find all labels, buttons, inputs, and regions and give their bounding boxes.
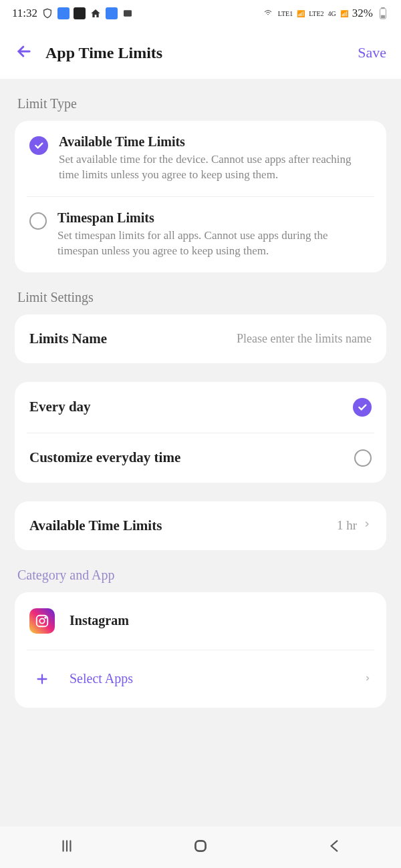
available-time-row[interactable]: Available Time Limits 1 hr [27,501,374,550]
signal-bars-2: 📶 [340,10,348,17]
nav-bar [0,827,401,868]
chevron-right-icon [364,673,372,685]
status-bar: 11:32 LTE1 📶 LTE2 4G 📶 32% [0,0,401,27]
time-limit-card: Available Time Limits 1 hr [15,501,386,550]
section-category: Category and App [17,568,386,583]
select-apps-row[interactable]: Select Apps [27,650,374,708]
wifi-icon [262,7,274,19]
recents-button[interactable] [58,837,76,857]
svg-point-5 [39,618,44,623]
app-bar: App Time Limits Save [0,27,401,79]
available-time-value: 1 hr [337,518,357,533]
svg-rect-0 [124,10,132,16]
limits-name-label: Limits Name [29,331,198,347]
signal-lte1: LTE1 [278,10,293,17]
apps-card: Instagram Select Apps [15,592,386,708]
back-button[interactable] [15,42,33,63]
save-button[interactable]: Save [358,44,386,61]
option-desc: Set available time for the device. Canno… [59,152,372,183]
instagram-icon [29,608,55,634]
home-button[interactable] [192,837,209,857]
option-desc: Set timespan limits for all apps. Cannot… [57,228,372,259]
schedule-card: Every day Customize everyday time [15,382,386,483]
option-title: Timespan Limits [57,210,372,226]
radio-checked-icon [29,136,48,155]
check-off-icon [354,449,372,467]
home-icon [90,7,102,19]
app-icon-3 [106,7,118,19]
app-icon-2 [74,7,86,19]
nav-back-button[interactable] [325,837,343,857]
section-limit-settings: Limit Settings [17,290,386,305]
limits-name-card: Limits Name [15,314,386,363]
battery-icon [377,7,389,19]
radio-unchecked-icon [29,212,47,230]
svg-rect-7 [195,841,205,851]
shield-icon [41,7,53,19]
plus-icon [29,666,55,692]
check-on-icon [353,398,372,417]
option-available-time[interactable]: Available Time Limits Set available time… [27,121,374,196]
limits-name-row[interactable]: Limits Name [27,314,374,363]
status-time: 11:32 [12,7,37,20]
app-name: Instagram [70,613,129,628]
everyday-row[interactable]: Every day [27,382,374,433]
customize-label: Customize everyday time [29,449,354,466]
signal-bars-1: 📶 [297,10,305,17]
app-row[interactable]: Instagram [27,592,374,650]
signal-4g: 4G [328,10,336,17]
select-apps-label: Select Apps [70,671,364,686]
app-icon-1 [57,7,70,19]
everyday-label: Every day [29,399,353,415]
option-title: Available Time Limits [59,134,372,150]
gallery-icon [122,7,134,19]
available-time-label: Available Time Limits [29,517,337,534]
svg-point-6 [45,617,46,618]
section-limit-type: Limit Type [17,96,386,112]
signal-lte2: LTE2 [309,10,323,17]
chevron-right-icon [362,519,372,531]
option-timespan[interactable]: Timespan Limits Set timespan limits for … [27,196,374,272]
limits-name-input[interactable] [198,332,372,346]
page-title: App Time Limits [45,44,358,62]
limit-type-card: Available Time Limits Set available time… [15,121,386,272]
customize-row[interactable]: Customize everyday time [27,433,374,483]
battery-percent: 32% [352,7,373,20]
svg-rect-3 [381,15,385,19]
